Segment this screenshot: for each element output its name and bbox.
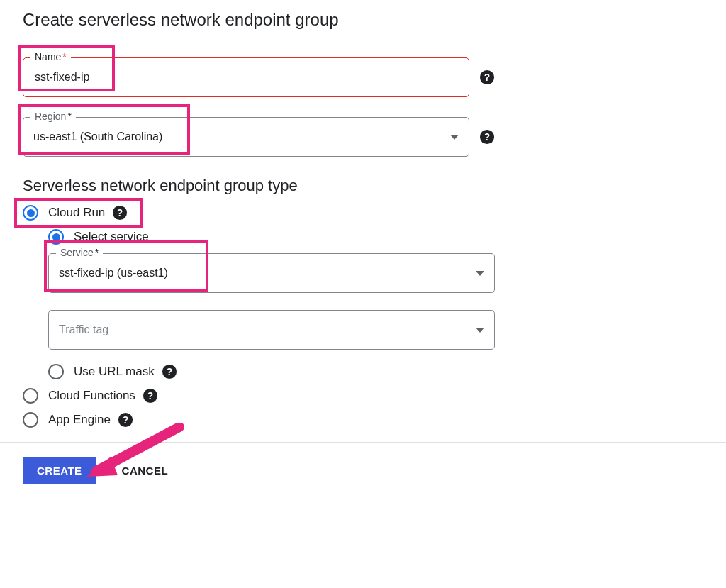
name-field-container[interactable]: Name* — [23, 57, 469, 97]
page-title: Create serverless network endpoint group — [0, 0, 726, 40]
svg-text:?: ? — [484, 72, 490, 83]
radio-label: Use URL mask — [74, 365, 155, 379]
radio-row-app-engine[interactable]: App Engine ? — [23, 412, 703, 428]
help-icon[interactable]: ? — [118, 412, 133, 428]
radio-label: Cloud Run — [48, 206, 105, 220]
radio-row-cloud-run[interactable]: Cloud Run ? — [23, 205, 703, 221]
service-select[interactable]: Service* sst-fixed-ip (us-east1) — [48, 253, 495, 293]
service-label: Service* — [56, 247, 103, 258]
section-title: Serverless network endpoint group type — [23, 177, 703, 195]
radio-url-mask[interactable] — [48, 364, 64, 379]
name-input[interactable] — [33, 70, 459, 84]
region-value: us-east1 (South Carolina) — [33, 131, 162, 143]
radio-label: Cloud Functions — [48, 389, 135, 403]
chevron-down-icon — [450, 135, 459, 140]
service-value: sst-fixed-ip (us-east1) — [59, 267, 168, 279]
region-label: Region* — [30, 111, 76, 122]
traffic-tag-placeholder: Traffic tag — [59, 323, 108, 336]
help-icon[interactable]: ? — [479, 129, 495, 145]
radio-label: Select service — [74, 230, 149, 244]
radio-row-cloud-functions[interactable]: Cloud Functions ? — [23, 388, 703, 404]
help-icon[interactable]: ? — [162, 364, 177, 379]
svg-text:?: ? — [123, 415, 128, 426]
chevron-down-icon — [476, 271, 484, 276]
radio-select-service[interactable] — [48, 229, 64, 245]
create-button[interactable]: CREATE — [23, 457, 96, 484]
cancel-button[interactable]: CANCEL — [118, 464, 173, 477]
help-icon[interactable]: ? — [479, 70, 495, 85]
traffic-tag-select[interactable]: Traffic tag — [48, 310, 495, 350]
name-label: Name* — [30, 51, 71, 62]
chevron-down-icon — [476, 328, 484, 333]
radio-cloud-functions[interactable] — [23, 388, 38, 404]
radio-cloud-run[interactable] — [23, 205, 38, 221]
radio-row-select-service[interactable]: Select service — [48, 229, 703, 245]
svg-text:?: ? — [166, 367, 172, 377]
radio-row-url-mask[interactable]: Use URL mask ? — [48, 364, 703, 379]
help-icon[interactable]: ? — [112, 205, 128, 221]
svg-text:?: ? — [117, 208, 123, 218]
svg-text:?: ? — [484, 132, 490, 143]
radio-label: App Engine — [48, 413, 111, 427]
help-icon[interactable]: ? — [143, 388, 158, 404]
svg-text:?: ? — [147, 391, 153, 401]
radio-app-engine[interactable] — [23, 412, 38, 428]
region-select[interactable]: Region* us-east1 (South Carolina) — [23, 117, 469, 157]
